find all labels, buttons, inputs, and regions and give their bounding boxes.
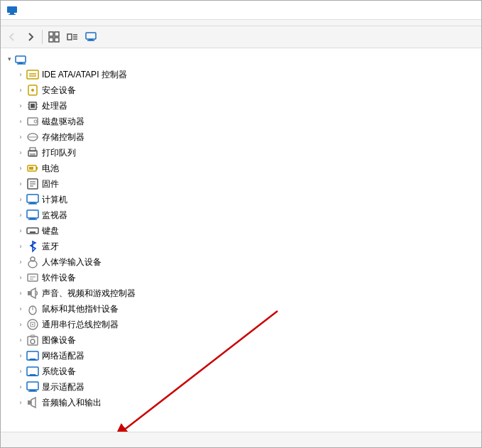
expander-display[interactable]: › <box>15 381 26 393</box>
svg-rect-38 <box>29 167 33 170</box>
label-monitor: 监视器 <box>42 209 67 222</box>
expander-monitor[interactable]: › <box>15 209 26 221</box>
tree-item-display[interactable]: ›显示适配器 <box>1 379 481 395</box>
toolbar-separator-1 <box>42 30 43 44</box>
back-button[interactable] <box>4 28 21 45</box>
expander-security[interactable]: › <box>15 84 26 96</box>
tree-item-cpu[interactable]: ›处理器 <box>1 98 481 114</box>
title-bar <box>1 1 481 20</box>
tree-item-hid[interactable]: ›人体学输入设备 <box>1 254 481 270</box>
root-label <box>31 54 33 64</box>
toolbar-icon2 <box>67 31 78 43</box>
expander-audio[interactable]: › <box>15 288 26 299</box>
expander-storage[interactable]: › <box>15 131 26 143</box>
tree-item-monitor[interactable]: ›监视器 <box>1 207 481 223</box>
tree-item-computer[interactable]: ›计算机 <box>1 192 481 207</box>
root-expander[interactable]: ▾ <box>4 53 15 65</box>
svg-rect-3 <box>49 32 53 36</box>
tree-item-storage[interactable]: ›存储控制器 <box>1 129 481 145</box>
svg-rect-1 <box>10 13 14 14</box>
icon-keyboard <box>26 224 39 237</box>
svg-rect-46 <box>27 210 38 218</box>
expander-bluetooth[interactable]: › <box>15 241 26 252</box>
expander-software[interactable]: › <box>15 272 26 283</box>
expander-keyboard[interactable]: › <box>15 225 26 236</box>
menu-action[interactable] <box>16 21 28 24</box>
tree-item-mouse[interactable]: ›鼠标和其他指针设备 <box>1 301 481 317</box>
label-display: 显示适配器 <box>42 381 84 393</box>
forward-button[interactable] <box>22 28 39 45</box>
expander-hid[interactable]: › <box>15 256 26 268</box>
tree-item-battery[interactable]: ›电池 <box>1 160 481 176</box>
expander-printer[interactable]: › <box>15 147 26 158</box>
toolbar-icon3 <box>85 31 97 43</box>
tree-item-keyboard[interactable]: ›键盘 <box>1 223 481 239</box>
icon-ide <box>26 68 39 81</box>
tree-item-software[interactable]: ›软件设备 <box>1 270 481 285</box>
toolbar <box>1 26 481 48</box>
svg-rect-0 <box>7 6 17 13</box>
icon-printer <box>26 146 39 159</box>
svg-rect-6 <box>55 38 59 42</box>
expander-disk[interactable]: › <box>15 116 26 127</box>
menu-help[interactable] <box>42 21 53 24</box>
tree-item-firmware[interactable]: ›固件 <box>1 176 481 192</box>
menu-file[interactable] <box>4 21 15 24</box>
menu-bar <box>1 20 481 26</box>
toolbar-btn1[interactable] <box>45 28 62 45</box>
tree-items-container: ›IDE ATA/ATAPI 控制器›安全设备›处理器›磁盘驱动器›存储控制器›… <box>1 67 481 410</box>
label-network: 网络适配器 <box>42 350 84 362</box>
menu-view[interactable] <box>29 21 40 24</box>
tree-item-audioio[interactable]: ›音频输入和输出 <box>1 395 481 410</box>
toolbar-icon1 <box>48 31 60 43</box>
expander-audioio[interactable]: › <box>15 397 26 408</box>
icon-security <box>26 84 39 97</box>
svg-rect-4 <box>55 32 59 36</box>
expander-cpu[interactable]: › <box>15 100 26 111</box>
svg-rect-7 <box>67 34 72 40</box>
expander-battery[interactable]: › <box>15 163 26 174</box>
icon-audio <box>26 287 39 300</box>
forward-icon <box>26 32 35 42</box>
icon-network <box>26 349 39 362</box>
icon-system <box>26 365 39 378</box>
label-disk: 磁盘驱动器 <box>42 116 84 128</box>
label-bluetooth: 蓝牙 <box>42 241 59 253</box>
svg-rect-14 <box>16 56 26 62</box>
tree-area[interactable]: ▾ ›IDE ATA/ATAPI 控制器›安全设备›处理器›磁盘驱动器›存储控制… <box>1 48 481 432</box>
label-computer: 计算机 <box>42 194 67 206</box>
tree-item-bluetooth[interactable]: ›蓝牙 <box>1 239 481 254</box>
expander-system[interactable]: › <box>15 366 26 377</box>
label-cpu: 处理器 <box>42 100 67 112</box>
svg-point-29 <box>34 120 37 123</box>
expander-usb[interactable]: › <box>15 319 26 330</box>
expander-ide[interactable]: › <box>15 69 26 80</box>
tree-item-imaging[interactable]: ›图像设备 <box>1 332 481 348</box>
tree-item-security[interactable]: ›安全设备 <box>1 82 481 98</box>
tree-item-network[interactable]: ›网络适配器 <box>1 348 481 364</box>
expander-computer[interactable]: › <box>15 194 26 205</box>
svg-rect-17 <box>27 70 38 79</box>
label-mouse: 鼠标和其他指针设备 <box>42 303 119 315</box>
expander-firmware[interactable]: › <box>15 178 26 190</box>
label-battery: 电池 <box>42 163 59 175</box>
expander-network[interactable]: › <box>15 350 26 361</box>
label-firmware: 固件 <box>42 178 59 190</box>
tree-root[interactable]: ▾ <box>1 51 481 67</box>
tree-item-system[interactable]: ›系统设备 <box>1 364 481 379</box>
toolbar-btn3[interactable] <box>82 28 99 45</box>
svg-point-66 <box>31 339 35 344</box>
expander-mouse[interactable]: › <box>15 303 26 315</box>
icon-disk <box>26 115 39 128</box>
label-audioio: 音频输入和输出 <box>42 397 102 409</box>
svg-rect-2 <box>9 14 16 15</box>
toolbar-btn2[interactable] <box>64 28 81 45</box>
tree-item-disk[interactable]: ›磁盘驱动器 <box>1 114 481 129</box>
svg-rect-5 <box>49 38 53 42</box>
tree-item-audio[interactable]: ›声音、视频和游戏控制器 <box>1 285 481 301</box>
tree-item-printer[interactable]: ›打印队列 <box>1 145 481 160</box>
tree-item-ide[interactable]: ›IDE ATA/ATAPI 控制器 <box>1 67 481 82</box>
expander-imaging[interactable]: › <box>15 334 26 346</box>
tree-item-usb[interactable]: ›通用串行总线控制器 <box>1 317 481 332</box>
svg-rect-74 <box>27 382 38 390</box>
